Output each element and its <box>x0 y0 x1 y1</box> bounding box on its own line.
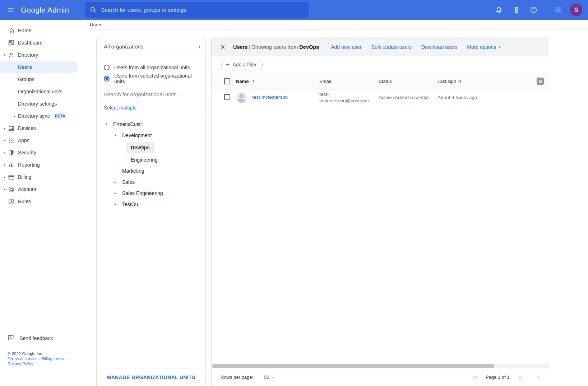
close-icon[interactable]: × <box>220 43 225 51</box>
send-feedback-button[interactable]: Send feedback <box>0 332 78 344</box>
select-all-checkbox[interactable] <box>224 78 230 84</box>
sidebar-item-dashboard[interactable]: Dashboard <box>0 37 78 49</box>
chevron-down-icon[interactable]: ▾ <box>2 53 7 57</box>
pagination-bar: Rows per page: 50 ▾ |< Page 1 of 1 < > <box>212 368 549 386</box>
add-filter-button[interactable]: + Add a filter <box>221 59 263 70</box>
sidebar-item-label: Rules <box>18 199 31 204</box>
chevron-right-icon[interactable]: ▸ <box>2 175 7 179</box>
rows-per-page-label: Rows per page: <box>221 375 253 380</box>
previous-page-button[interactable]: < <box>519 374 521 380</box>
horizontal-scrollbar[interactable] <box>212 364 549 368</box>
sort-asc-icon[interactable]: ↑ <box>252 79 254 84</box>
sidebar-item-reporting[interactable]: ▸ Reporting <box>0 159 78 171</box>
global-search[interactable] <box>85 2 309 18</box>
row-checkbox[interactable] <box>224 94 230 100</box>
breadcrumb[interactable]: Users <box>90 22 102 27</box>
copyright-text: © 2022 Google Inc. <box>8 351 66 356</box>
brand-logo[interactable]: Google Admin <box>21 6 69 14</box>
chevron-right-icon[interactable]: ▸ <box>113 191 118 195</box>
topbar-actions: ? S <box>492 3 588 17</box>
tree-item-devops[interactable]: DevOps <box>97 141 205 154</box>
collapse-panel-icon[interactable]: ‹ <box>199 42 200 51</box>
plus-icon: + <box>226 61 230 69</box>
home-icon <box>8 27 15 34</box>
sidebar: Home Dashboard ▾ Directory Users Groups … <box>0 20 78 386</box>
download-users-button[interactable]: Download users <box>421 44 457 50</box>
sidebar-item-rules[interactable]: Rules <box>0 195 78 208</box>
manage-columns-gear-icon[interactable]: ⚙ <box>537 78 544 85</box>
chevron-right-icon[interactable]: ▸ <box>14 114 15 118</box>
chevron-down-icon[interactable]: ▾ <box>104 122 109 126</box>
chevron-right-icon[interactable]: ▸ <box>113 180 118 184</box>
column-header-name[interactable]: Name <box>236 79 249 84</box>
sidebar-item-billing[interactable]: ▸ Billing <box>0 171 78 183</box>
column-header-last-sign-in[interactable]: Last sign in <box>437 79 461 84</box>
tree-item-engineering[interactable]: Engineering <box>97 154 205 165</box>
sidebar-item-security[interactable]: ▸ Security <box>0 147 78 159</box>
sidebar-item-label: Security <box>18 150 36 155</box>
rows-per-page-select[interactable]: 50 ▾ <box>264 375 274 380</box>
tasks-hourglass-icon[interactable] <box>509 3 523 17</box>
sidebar-item-home[interactable]: Home <box>0 24 78 37</box>
user-avatar <box>236 92 247 103</box>
sidebar-item-organizational-units[interactable]: Organizational units <box>0 85 78 98</box>
tree-item-ermeticcust1[interactable]: ▾ ErmeticCust1 <box>97 118 205 130</box>
help-icon[interactable]: ? <box>526 3 541 17</box>
footer-separator: - <box>39 357 40 361</box>
tree-item-development[interactable]: ▾ Development <box>97 130 205 141</box>
chevron-right-icon[interactable]: ▸ <box>2 163 7 167</box>
sidebar-item-directory-sync[interactable]: ▸ Directory sync BETA <box>0 110 78 122</box>
table-row[interactable]: test mctesterson test-mctesterson@custom… <box>212 89 549 105</box>
sidebar-item-label: Directory <box>18 52 38 58</box>
radio-all-org-units[interactable]: Users from all organizational units <box>104 62 198 73</box>
send-feedback-label: Send feedback <box>19 335 53 341</box>
next-page-button[interactable]: > <box>537 374 540 380</box>
chevron-right-icon[interactable]: ▸ <box>2 126 7 130</box>
chevron-right-icon[interactable]: ▸ <box>2 139 7 142</box>
apps-grid-icon[interactable] <box>551 3 565 17</box>
sidebar-item-account[interactable]: ▸ Account <box>0 183 78 195</box>
chevron-right-icon[interactable]: ▸ <box>2 187 7 191</box>
column-header-email[interactable]: Email <box>319 79 331 84</box>
chevron-down-icon[interactable]: ▾ <box>113 134 118 137</box>
sidebar-item-label: Apps <box>18 138 29 143</box>
notifications-bell-icon[interactable] <box>492 3 506 17</box>
tree-item-sales[interactable]: ▸ Sales <box>97 176 205 187</box>
chevron-right-icon[interactable]: ▸ <box>113 203 118 206</box>
privacy-policy-link[interactable]: Privacy Policy <box>8 362 33 366</box>
search-input[interactable] <box>101 7 304 13</box>
footer-separator: - <box>65 357 66 361</box>
billing-terms-link[interactable]: Billing terms <box>41 357 64 361</box>
sidebar-item-users[interactable]: Users <box>0 61 78 73</box>
menu-icon[interactable] <box>2 1 19 19</box>
apps-dots-icon <box>8 137 15 144</box>
chevron-right-icon[interactable]: ▸ <box>2 151 7 154</box>
tree-item-marketing[interactable]: Marketing <box>97 165 205 176</box>
sidebar-item-label: Users <box>18 64 32 70</box>
sidebar-item-label: Directory sync <box>18 113 50 119</box>
add-new-user-button[interactable]: Add new user <box>331 44 362 50</box>
sidebar-item-directory-settings[interactable]: Directory settings <box>0 98 78 110</box>
select-multiple-link[interactable]: Select multiple <box>104 105 136 111</box>
bulk-update-users-button[interactable]: Bulk update users <box>371 44 412 50</box>
sidebar-item-devices[interactable]: ▸ Devices <box>0 122 78 134</box>
terms-of-service-link[interactable]: Terms of service <box>8 357 38 361</box>
user-name-link[interactable]: test mctesterson <box>252 94 288 100</box>
tree-item-sales-engineering[interactable]: ▸ Sales Engineering <box>97 187 205 199</box>
sidebar-item-label: Dashboard <box>18 40 43 46</box>
org-unit-search-input[interactable] <box>104 90 198 100</box>
column-header-status[interactable]: Status <box>379 79 392 84</box>
radio-selected-org-units[interactable]: Users from selected organizational units <box>104 73 198 84</box>
sidebar-item-apps[interactable]: ▸ Apps <box>0 134 78 147</box>
sidebar-item-label: Groups <box>18 76 34 82</box>
sidebar-item-directory[interactable]: ▾ Directory <box>0 49 78 61</box>
sidebar-item-groups[interactable]: Groups <box>0 73 78 85</box>
more-options-button[interactable]: More options ▾ <box>467 44 500 50</box>
radio-label: Users from all organizational units <box>114 65 190 70</box>
scrollbar-thumb[interactable] <box>212 364 494 368</box>
first-page-button[interactable]: |< <box>473 374 476 380</box>
avatar[interactable]: S <box>570 4 582 16</box>
search-icon <box>90 6 97 13</box>
manage-organizational-units-button[interactable]: MANAGE ORGANIZATIONAL UNITS <box>107 375 195 380</box>
tree-item-testou[interactable]: ▸ TestOu <box>97 199 205 210</box>
